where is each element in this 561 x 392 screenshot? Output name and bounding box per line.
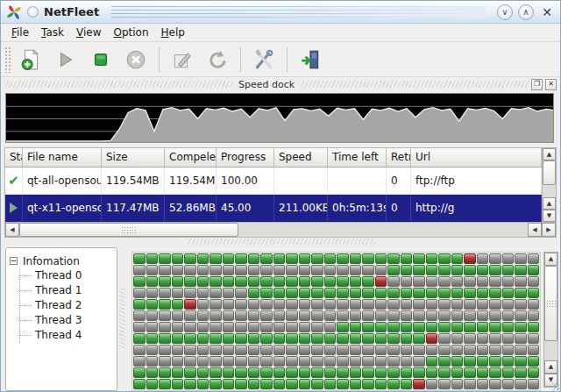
- tree-item-thread-3[interactable]: Thread 3: [20, 313, 113, 328]
- segment-block-done: [362, 276, 374, 287]
- segment-block-done: [438, 322, 451, 332]
- header-cell-compeleted[interactable]: Compeleted: [165, 148, 217, 167]
- cell-speed: 211.00KB: [274, 195, 328, 221]
- scroll-up-button[interactable]: ▲: [543, 148, 556, 160]
- segment-block-pending: [426, 276, 438, 287]
- header-cell-url[interactable]: Url: [411, 148, 542, 167]
- header-cell-progress[interactable]: Progress: [217, 148, 274, 167]
- minimize-button[interactable]: ∨: [497, 4, 513, 20]
- segment-block-pending: [387, 356, 400, 367]
- tree-item-thread-4[interactable]: Thread 4: [20, 328, 113, 343]
- segment-block-pending: [133, 310, 146, 321]
- segment-block-done: [477, 322, 489, 332]
- titlebar-stripes: [111, 6, 485, 18]
- segment-block-pending: [146, 356, 159, 367]
- dock-close-button[interactable]: ✕: [545, 79, 557, 90]
- collapse-minus-icon[interactable]: [10, 257, 18, 265]
- header-cell-file-name[interactable]: File name: [23, 148, 102, 167]
- tree-item-thread-2[interactable]: Thread 2: [20, 298, 113, 313]
- scroll-track[interactable]: [544, 341, 557, 360]
- exit-button[interactable]: [295, 45, 325, 75]
- netfleet-window: NetFleet ∨ ∧ ✕ FileTaskViewOptionHelp: [0, 0, 561, 392]
- window-resize-grip[interactable]: [552, 383, 559, 390]
- information-tree: Infomation Thread 0Thread 1Thread 2Threa…: [5, 247, 117, 391]
- segment-block-done: [311, 276, 323, 287]
- scroll-up-button[interactable]: ▲: [543, 197, 556, 210]
- segment-block-done: [184, 333, 196, 344]
- sticky-button[interactable]: [27, 6, 39, 18]
- scroll-up-button[interactable]: ▲: [544, 360, 557, 374]
- segment-block-pending: [528, 276, 540, 287]
- segment-block-pending: [260, 265, 273, 275]
- edit-button[interactable]: [167, 45, 197, 75]
- scroll-track[interactable]: [543, 185, 556, 197]
- start-button[interactable]: [51, 45, 81, 75]
- segment-block-pending: [528, 253, 540, 264]
- segment-block-done: [438, 265, 451, 275]
- menu-item-task[interactable]: Task: [41, 26, 64, 39]
- menu-item-help[interactable]: Help: [161, 26, 185, 39]
- status-cell: ✔: [5, 167, 23, 194]
- speed-dock-titlebar[interactable]: Speed dock ❐ ✕: [1, 77, 560, 91]
- segment-block-error: [184, 299, 196, 310]
- segment-block-pending: [286, 299, 298, 310]
- cancel-button[interactable]: [121, 45, 151, 75]
- menu-item-view[interactable]: View: [76, 26, 101, 39]
- segment-block-pending: [172, 265, 184, 275]
- cell-url: ftp://ftp: [411, 167, 542, 194]
- segment-block-pending: [223, 288, 235, 298]
- segment-block-pending: [235, 356, 247, 367]
- header-cell-sta[interactable]: Sta: [5, 148, 23, 167]
- scroll-track[interactable]: [238, 223, 528, 237]
- segment-block-done: [337, 276, 349, 287]
- tree-item-thread-1[interactable]: Thread 1: [20, 283, 113, 298]
- scroll-thumb[interactable]: [543, 160, 556, 185]
- table-row[interactable]: qt-x11-opensou...117.47MB52.86MB45.00211…: [5, 195, 542, 222]
- scroll-thumb[interactable]: [544, 266, 557, 341]
- tree-item-thread-0[interactable]: Thread 0: [20, 268, 113, 283]
- segment-block-pending: [413, 356, 425, 367]
- dock-float-button[interactable]: ❐: [531, 79, 543, 90]
- header-cell-retry[interactable]: Retry: [387, 148, 411, 167]
- segment-block-done: [260, 333, 273, 344]
- menu-item-file[interactable]: File: [11, 26, 29, 39]
- segment-block-pending: [172, 288, 184, 298]
- scroll-left-button[interactable]: ◀: [528, 223, 542, 237]
- segment-block-done: [464, 265, 476, 275]
- header-cell-time-left[interactable]: Time left: [328, 148, 387, 167]
- segment-block-done: [426, 367, 438, 378]
- header-cell-speed[interactable]: Speed: [274, 148, 328, 167]
- segment-block-done: [248, 367, 260, 378]
- segment-block-pending: [146, 265, 159, 275]
- splitter-grip: [187, 239, 375, 245]
- tree-root-infomation[interactable]: Infomation: [10, 253, 113, 268]
- segment-block-pending: [337, 345, 349, 355]
- scroll-thumb[interactable]: [19, 223, 238, 237]
- status-cell: [5, 195, 23, 221]
- table-row[interactable]: ✔qt-all-opensour...119.54MB119.54MB100.0…: [5, 167, 542, 195]
- menu-item-option[interactable]: Option: [113, 26, 148, 39]
- redo-button[interactable]: [202, 45, 232, 75]
- window-titlebar[interactable]: NetFleet ∨ ∧ ✕: [1, 1, 560, 24]
- horizontal-splitter[interactable]: [1, 238, 560, 246]
- scroll-down-button[interactable]: ▼: [543, 210, 556, 222]
- segment-block-done: [375, 288, 387, 298]
- scroll-left-button[interactable]: ◀: [5, 223, 19, 237]
- maximize-button[interactable]: ∧: [518, 4, 534, 20]
- segment-block-pending: [223, 345, 235, 355]
- vertical-splitter[interactable]: [117, 247, 126, 391]
- scroll-right-button[interactable]: ▶: [542, 223, 556, 237]
- header-cell-size[interactable]: Size: [102, 148, 165, 167]
- new-task-button[interactable]: [16, 45, 46, 75]
- segment-block-error: [413, 379, 425, 389]
- segment-block-done: [133, 253, 146, 264]
- preferences-button[interactable]: [249, 45, 279, 75]
- stop-button[interactable]: [86, 45, 116, 75]
- toolbar-drag-handle[interactable]: [4, 46, 11, 73]
- close-button[interactable]: ✕: [539, 4, 555, 20]
- segment-block-pending: [159, 288, 171, 298]
- scroll-up-button[interactable]: ▲: [544, 253, 557, 266]
- segment-block-done: [413, 265, 425, 275]
- segment-block-pending: [401, 276, 413, 287]
- segment-block-pending: [159, 345, 171, 355]
